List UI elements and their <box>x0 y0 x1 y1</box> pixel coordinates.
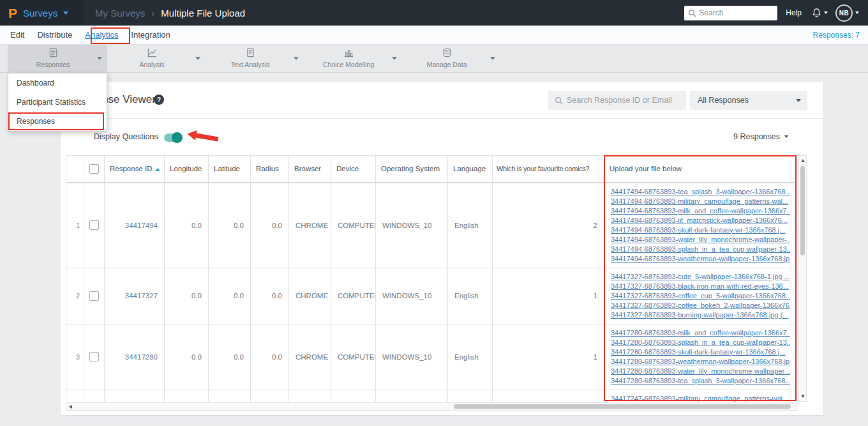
select-all-checkbox[interactable] <box>89 164 99 174</box>
cell-response-id: 34417280 <box>105 324 165 390</box>
user-menu[interactable]: NB <box>835 4 859 22</box>
scroll-down-icon[interactable] <box>801 395 805 398</box>
tab-analytics[interactable]: Analytics <box>85 30 118 40</box>
toolbar-item-responses[interactable]: Responses <box>8 45 107 72</box>
file-link[interactable]: 34417327-68763893-coffee_cup_5-wallpaper… <box>611 291 790 301</box>
file-link[interactable]: 34417280-68763893-tea_splash_3-wallpaper… <box>611 376 790 386</box>
column-header-longitude[interactable]: Longitude <box>165 156 209 183</box>
file-link[interactable]: 34417494-68763893-milk_and_coffee-wallpa… <box>611 206 790 216</box>
tab-integration[interactable]: Integration <box>131 30 170 40</box>
file-link[interactable]: 34417327-68763893-cute_5-wallpaper-1366x… <box>611 272 790 282</box>
viewer-subheader: Display Questions 9 Responses <box>61 119 823 155</box>
file-link[interactable]: 34417327-68763893-black-iron-man-with-re… <box>611 282 790 291</box>
cell-browser: CHROME <box>289 324 331 390</box>
file-link[interactable]: 34417494-68763893-weatherman-wallpaper-1… <box>611 254 790 264</box>
chevron-down-icon[interactable] <box>294 57 299 60</box>
responses-table: Response ID Longitude Latitude Radius Br… <box>66 155 797 402</box>
column-header-upload[interactable]: Upload your file below <box>604 156 797 183</box>
horizontal-scroll-thumb[interactable] <box>454 404 791 409</box>
global-search-input[interactable] <box>699 8 774 17</box>
breadcrumb: My Surveys › Multiple File Upload <box>95 8 245 19</box>
column-header-os[interactable]: Operating System <box>376 156 448 183</box>
cell-longitude <box>165 390 209 402</box>
chevron-down-icon <box>784 135 788 138</box>
scroll-left-icon[interactable] <box>69 405 72 409</box>
product-menu[interactable]: P Surveys <box>0 0 84 26</box>
cell-language: English <box>448 268 493 324</box>
chevron-down-icon[interactable] <box>195 57 200 60</box>
cell-comics: 2 <box>493 183 604 268</box>
help-circle-icon[interactable]: ? <box>154 95 164 105</box>
header-row-number <box>66 156 84 183</box>
file-link[interactable]: 34417280-68763893-splash_in_a_tea_cup-wa… <box>611 338 790 347</box>
responses-summary-dropdown[interactable]: 9 Responses <box>733 132 788 141</box>
toolbar-item-manage-data[interactable]: Manage Data <box>402 45 500 72</box>
column-header-language[interactable]: Language <box>448 156 493 183</box>
row-checkbox[interactable] <box>89 291 99 301</box>
file-link[interactable]: 34417280-68763893-water_lily_monochrome-… <box>611 367 790 376</box>
cell-longitude: 0.0 <box>165 183 209 268</box>
menu-item-dashboard[interactable]: Dashboard <box>8 73 107 93</box>
cell-language: English <box>448 183 493 268</box>
responses-count[interactable]: Responses: 7 <box>813 31 860 40</box>
avatar[interactable]: NB <box>835 4 853 22</box>
row-number: 2 <box>66 268 84 324</box>
help-link[interactable]: Help <box>786 8 802 17</box>
global-search[interactable] <box>684 6 777 20</box>
response-search-input[interactable] <box>567 96 680 105</box>
chevron-down-icon[interactable] <box>490 57 495 60</box>
chevron-down-icon[interactable] <box>63 11 68 15</box>
tab-distribute[interactable]: Distribute <box>37 30 72 40</box>
scroll-up-icon[interactable] <box>801 159 805 162</box>
row-checkbox[interactable] <box>89 352 99 361</box>
cell-radius: 0.0 <box>251 183 289 268</box>
cell-longitude: 0.0 <box>165 324 209 390</box>
file-link[interactable]: 34417494-68763893-military_camouflage_pa… <box>611 197 790 206</box>
menu-item-responses[interactable]: Responses <box>8 112 107 131</box>
search-icon <box>555 96 563 105</box>
file-link[interactable]: 34417280-68763893-milk_and_coffee-wallpa… <box>611 328 790 338</box>
column-header-browser[interactable]: Browser <box>289 156 331 183</box>
toolbar-item-choice-modelling[interactable]: Choice Modelling <box>304 45 402 72</box>
cell-latitude: 0.0 <box>209 183 251 268</box>
manage-data-icon <box>402 47 491 58</box>
cell-browser: CHROME <box>289 268 331 324</box>
column-header-comics[interactable]: Which is your favourite comics? <box>493 156 604 183</box>
file-link[interactable]: 34417494-68763893-splash_in_a_tea_cup-wa… <box>611 245 790 254</box>
vertical-scrollbar[interactable] <box>798 155 807 402</box>
file-link[interactable]: 34417494-68763893-water_lily_monochrome-… <box>611 235 790 245</box>
file-link[interactable]: 34417247-68763893-military_camouflage_pa… <box>611 394 790 402</box>
breadcrumb-parent[interactable]: My Surveys <box>95 8 145 19</box>
file-link[interactable]: 34417280-68763893-weatherman-wallpaper-1… <box>611 357 790 367</box>
table-header-row: Response ID Longitude Latitude Radius Br… <box>66 156 797 183</box>
cell-upload-files: 34417494-68763893-tea_splash_3-wallpaper… <box>604 183 797 268</box>
vertical-scroll-thumb[interactable] <box>800 166 805 255</box>
analysis-icon <box>107 47 197 58</box>
column-header-device[interactable]: Device <box>331 156 376 183</box>
file-link[interactable]: 34417494-68763893-skull-dark-fantasy-wr-… <box>611 225 790 235</box>
file-link[interactable]: 34417327-68763893-burning-wallpaper-1366… <box>611 310 790 320</box>
horizontal-scrollbar[interactable] <box>66 402 797 411</box>
toolbar-item-analysis[interactable]: Analysis <box>107 45 206 72</box>
notifications-button[interactable] <box>811 8 828 19</box>
file-link[interactable]: 34417494-68763893-lit_matchstick-wallpap… <box>611 216 790 225</box>
response-filter-dropdown[interactable]: All Responses <box>690 91 807 110</box>
column-header-radius[interactable]: Radius <box>251 156 289 183</box>
chevron-down-icon[interactable] <box>392 57 397 60</box>
response-search[interactable] <box>548 91 686 110</box>
chevron-down-icon[interactable] <box>97 57 102 60</box>
menu-item-participant-statistics[interactable]: Participant Statistics <box>8 93 107 112</box>
cell-device: COMPUTER <box>331 268 376 324</box>
cell-upload-files: 34417280-68763893-milk_and_coffee-wallpa… <box>604 324 797 390</box>
tab-edit[interactable]: Edit <box>10 30 24 40</box>
toolbar-item-text-analysis[interactable]: Text Analysis <box>206 45 304 72</box>
cell-os: WINDOWS_10 <box>376 268 448 324</box>
column-header-latitude[interactable]: Latitude <box>209 156 251 183</box>
header-select-all <box>84 156 105 183</box>
file-link[interactable]: 34417327-68763893-coffee_bokeh_2-wallpap… <box>611 301 790 310</box>
file-link[interactable]: 34417494-68763893-tea_splash_3-wallpaper… <box>611 187 790 197</box>
file-link[interactable]: 34417280-68763893-skull-dark-fantasy-wr-… <box>611 347 790 357</box>
row-checkbox[interactable] <box>89 220 99 230</box>
display-questions-toggle[interactable] <box>164 133 181 142</box>
column-header-response-id[interactable]: Response ID <box>105 156 165 183</box>
